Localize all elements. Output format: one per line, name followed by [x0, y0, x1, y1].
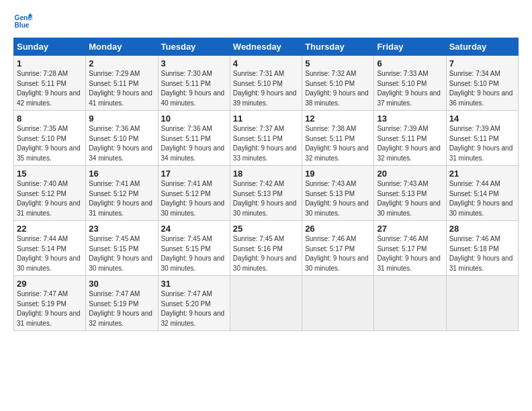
sunrise-text: Sunrise: 7:45 AM [161, 235, 212, 242]
sunset-text: Sunset: 5:15 PM [89, 245, 138, 253]
daylight-text: Daylight: 9 hours and 30 minutes. [305, 199, 369, 217]
sunset-text: Sunset: 5:11 PM [305, 135, 355, 142]
day-info: Sunrise: 7:45 AMSunset: 5:15 PMDaylight:… [89, 234, 154, 273]
day-info: Sunrise: 7:28 AMSunset: 5:11 PMDaylight:… [17, 69, 83, 108]
sunrise-text: Sunrise: 7:42 AM [233, 180, 284, 187]
daylight-text: Daylight: 9 hours and 37 minutes. [377, 89, 441, 107]
calendar-cell: 31Sunrise: 7:47 AMSunset: 5:20 PMDayligh… [158, 276, 230, 331]
sunrise-text: Sunrise: 7:41 AM [161, 180, 212, 187]
daylight-text: Daylight: 9 hours and 36 minutes. [449, 89, 513, 107]
sunset-text: Sunset: 5:17 PM [305, 245, 355, 253]
calendar-cell: 18Sunrise: 7:42 AMSunset: 5:13 PMDayligh… [230, 166, 302, 221]
day-info: Sunrise: 7:37 AMSunset: 5:11 PMDaylight:… [233, 124, 299, 163]
sunset-text: Sunset: 5:19 PM [17, 300, 66, 308]
day-number: 30 [89, 279, 154, 289]
daylight-text: Daylight: 9 hours and 30 minutes. [233, 255, 297, 272]
sunrise-text: Sunrise: 7:39 AM [449, 125, 500, 132]
day-info: Sunrise: 7:33 AMSunset: 5:10 PMDaylight:… [377, 69, 443, 108]
sunset-text: Sunset: 5:10 PM [89, 135, 138, 142]
weekday-header-thursday: Thursday [302, 38, 374, 56]
calendar-cell: 22Sunrise: 7:44 AMSunset: 5:14 PMDayligh… [14, 221, 86, 276]
daylight-text: Daylight: 9 hours and 38 minutes. [305, 89, 369, 107]
sunset-text: Sunset: 5:15 PM [161, 245, 211, 253]
sunset-text: Sunset: 5:11 PM [233, 135, 283, 142]
calendar-cell: 12Sunrise: 7:38 AMSunset: 5:11 PMDayligh… [302, 111, 374, 166]
day-number: 31 [161, 279, 227, 289]
day-info: Sunrise: 7:41 AMSunset: 5:12 PMDaylight:… [161, 179, 227, 218]
daylight-text: Daylight: 9 hours and 30 minutes. [305, 255, 369, 272]
sunrise-text: Sunrise: 7:43 AM [377, 180, 428, 187]
day-info: Sunrise: 7:46 AMSunset: 5:18 PMDaylight:… [449, 234, 515, 273]
day-info: Sunrise: 7:39 AMSunset: 5:11 PMDaylight:… [449, 124, 515, 163]
day-number: 9 [89, 113, 154, 124]
calendar-cell: 15Sunrise: 7:40 AMSunset: 5:12 PMDayligh… [14, 166, 86, 221]
calendar-cell: 5Sunrise: 7:32 AMSunset: 5:10 PMDaylight… [302, 56, 374, 111]
calendar-cell: 16Sunrise: 7:41 AMSunset: 5:12 PMDayligh… [86, 166, 158, 221]
calendar-cell: 24Sunrise: 7:45 AMSunset: 5:15 PMDayligh… [158, 221, 230, 276]
calendar-cell: 11Sunrise: 7:37 AMSunset: 5:11 PMDayligh… [230, 111, 302, 166]
logo: General Blue [13, 12, 35, 31]
calendar-cell: 6Sunrise: 7:33 AMSunset: 5:10 PMDaylight… [374, 56, 446, 111]
sunrise-text: Sunrise: 7:47 AM [89, 290, 140, 298]
sunrise-text: Sunrise: 7:44 AM [17, 235, 68, 242]
day-info: Sunrise: 7:32 AMSunset: 5:10 PMDaylight:… [305, 69, 371, 108]
weekday-header-saturday: Saturday [446, 38, 518, 56]
daylight-text: Daylight: 9 hours and 31 minutes. [449, 255, 513, 272]
sunset-text: Sunset: 5:18 PM [449, 245, 499, 253]
day-info: Sunrise: 7:35 AMSunset: 5:10 PMDaylight:… [17, 124, 83, 163]
sunset-text: Sunset: 5:17 PM [377, 245, 427, 253]
calendar-week-3: 15Sunrise: 7:40 AMSunset: 5:12 PMDayligh… [14, 166, 519, 221]
day-info: Sunrise: 7:36 AMSunset: 5:11 PMDaylight:… [161, 124, 227, 163]
day-number: 29 [17, 279, 83, 289]
sunrise-text: Sunrise: 7:45 AM [233, 235, 284, 242]
day-number: 21 [449, 169, 515, 179]
sunrise-text: Sunrise: 7:47 AM [17, 290, 68, 298]
daylight-text: Daylight: 9 hours and 35 minutes. [17, 144, 81, 162]
day-number: 23 [89, 224, 154, 234]
day-info: Sunrise: 7:45 AMSunset: 5:15 PMDaylight:… [161, 234, 227, 273]
day-number: 25 [233, 224, 299, 234]
daylight-text: Daylight: 9 hours and 30 minutes. [17, 255, 81, 272]
calendar-cell: 25Sunrise: 7:45 AMSunset: 5:16 PMDayligh… [230, 221, 302, 276]
day-number: 19 [305, 169, 371, 179]
sunset-text: Sunset: 5:10 PM [233, 80, 283, 87]
day-info: Sunrise: 7:36 AMSunset: 5:10 PMDaylight:… [89, 124, 154, 163]
calendar-week-4: 22Sunrise: 7:44 AMSunset: 5:14 PMDayligh… [14, 221, 519, 276]
day-number: 16 [89, 169, 154, 179]
sunrise-text: Sunrise: 7:34 AM [449, 70, 500, 77]
sunrise-text: Sunrise: 7:46 AM [305, 235, 356, 242]
sunrise-text: Sunrise: 7:37 AM [233, 125, 284, 132]
day-number: 10 [161, 113, 227, 124]
day-number: 20 [377, 169, 443, 179]
day-number: 7 [449, 58, 515, 68]
day-info: Sunrise: 7:30 AMSunset: 5:11 PMDaylight:… [161, 69, 227, 108]
calendar-week-5: 29Sunrise: 7:47 AMSunset: 5:19 PMDayligh… [14, 276, 519, 331]
day-number: 2 [89, 58, 154, 68]
day-number: 11 [233, 113, 299, 124]
calendar-cell: 13Sunrise: 7:39 AMSunset: 5:11 PMDayligh… [374, 111, 446, 166]
calendar-cell: 10Sunrise: 7:36 AMSunset: 5:11 PMDayligh… [158, 111, 230, 166]
sunrise-text: Sunrise: 7:36 AM [161, 125, 212, 132]
day-number: 8 [17, 113, 83, 124]
daylight-text: Daylight: 9 hours and 34 minutes. [161, 144, 225, 162]
sunrise-text: Sunrise: 7:43 AM [305, 180, 356, 187]
day-number: 6 [377, 58, 443, 68]
sunset-text: Sunset: 5:14 PM [17, 245, 66, 253]
sunset-text: Sunset: 5:10 PM [17, 135, 66, 142]
calendar-cell: 7Sunrise: 7:34 AMSunset: 5:10 PMDaylight… [446, 56, 518, 111]
weekday-header-monday: Monday [86, 38, 158, 56]
day-number: 18 [233, 169, 299, 179]
day-number: 14 [449, 113, 515, 124]
sunset-text: Sunset: 5:13 PM [305, 190, 355, 197]
calendar-cell: 4Sunrise: 7:31 AMSunset: 5:10 PMDaylight… [230, 56, 302, 111]
daylight-text: Daylight: 9 hours and 32 minutes. [161, 310, 225, 327]
day-info: Sunrise: 7:44 AMSunset: 5:14 PMDaylight:… [17, 234, 83, 273]
sunrise-text: Sunrise: 7:45 AM [89, 235, 140, 242]
sunset-text: Sunset: 5:19 PM [89, 300, 138, 308]
sunset-text: Sunset: 5:10 PM [377, 80, 427, 87]
calendar-cell: 9Sunrise: 7:36 AMSunset: 5:10 PMDaylight… [86, 111, 158, 166]
day-info: Sunrise: 7:47 AMSunset: 5:19 PMDaylight:… [17, 289, 83, 328]
daylight-text: Daylight: 9 hours and 32 minutes. [377, 144, 441, 162]
day-number: 28 [449, 224, 515, 234]
daylight-text: Daylight: 9 hours and 30 minutes. [449, 199, 513, 217]
